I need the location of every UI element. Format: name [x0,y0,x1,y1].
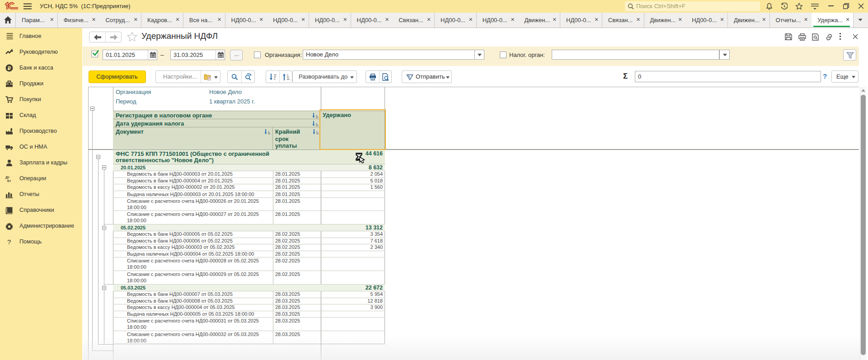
svg-text:Кт: Кт [7,179,11,182]
svg-text:?: ? [7,238,11,246]
svg-text:₽: ₽ [8,65,11,70]
